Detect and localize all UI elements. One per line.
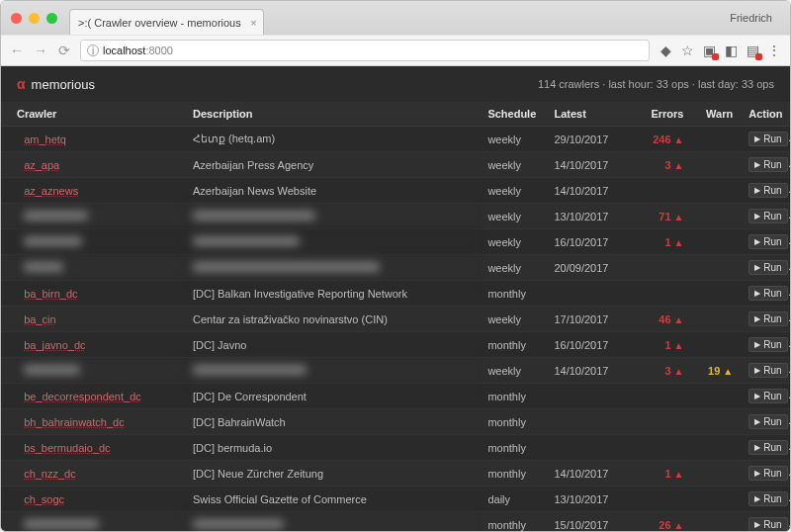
warning-triangle-icon: ▲ — [674, 212, 684, 222]
crawler-latest: 14/10/2017 — [546, 152, 625, 178]
table-row: ba_birn_dc[DC] Balkan Investigative Repo… — [1, 281, 790, 307]
run-button[interactable]: ▶Run — [748, 440, 787, 455]
extension-icon[interactable]: ◧ — [723, 43, 739, 58]
browser-window: >:( Crawler overview - memorious × Fried… — [0, 0, 791, 532]
run-button[interactable]: ▶Run — [748, 389, 787, 403]
col-crawler[interactable]: Crawler — [1, 102, 185, 127]
crawler-link[interactable]: bh_bahrainwatch_dc — [24, 416, 125, 428]
crawler-name-cell — [16, 255, 185, 281]
brand-name: memorious — [32, 77, 95, 92]
crawler-latest: 13/10/2017 — [546, 204, 625, 229]
run-button[interactable]: ▶Run — [748, 311, 787, 326]
reload-icon[interactable]: ⟳ — [56, 43, 72, 58]
col-schedule[interactable]: Schedule — [480, 102, 546, 127]
crawler-latest: 16/10/2017 — [546, 332, 625, 358]
window-controls — [11, 13, 57, 24]
crawler-schedule: weekly — [480, 358, 546, 384]
run-button[interactable]: ▶Run — [748, 491, 787, 506]
col-errors[interactable]: Errors — [625, 102, 691, 127]
warning-triangle-icon: ▲ — [674, 340, 684, 351]
col-description[interactable]: Description — [185, 102, 480, 127]
crawler-name-cell — [16, 358, 185, 384]
run-button[interactable]: ▶Run — [748, 286, 787, 301]
star-icon[interactable]: ☆ — [679, 43, 695, 58]
crawler-link[interactable]: be_decorrespondent_dc — [24, 391, 141, 402]
close-window-icon[interactable] — [11, 13, 22, 24]
menu-icon[interactable]: ⋮ — [766, 43, 782, 58]
crawler-description: Swiss Official Gazette of Commerce — [185, 487, 480, 512]
play-icon: ▶ — [754, 520, 760, 529]
crawler-link[interactable]: az_aznews — [24, 185, 78, 197]
table-row: monthly15/10/201726▲▶Run — [1, 512, 790, 532]
site-info-icon[interactable]: i — [87, 44, 99, 56]
crawler-link[interactable]: ba_birn_dc — [24, 288, 77, 300]
warning-triangle-icon: ▲ — [723, 366, 733, 377]
crawler-schedule: weekly — [480, 152, 546, 178]
crawler-link[interactable]: ba_javno_dc — [24, 339, 85, 351]
error-count: 246▲ — [653, 133, 683, 145]
table-row: weekly20/09/2017▶Run — [1, 255, 790, 281]
app-brand[interactable]: α memorious — [17, 76, 95, 92]
crawler-name-cell — [16, 229, 185, 255]
run-button[interactable]: ▶Run — [748, 260, 787, 275]
crawler-name-cell: bs_bermudaio_dc — [16, 435, 185, 461]
run-button[interactable]: ▶Run — [748, 183, 787, 198]
crawler-schedule: monthly — [480, 461, 546, 487]
error-count: 46▲ — [659, 313, 683, 325]
close-tab-icon[interactable]: × — [250, 17, 256, 29]
play-icon: ▶ — [754, 392, 760, 400]
play-icon: ▶ — [754, 469, 760, 478]
crawler-link[interactable]: ba_cin — [24, 313, 55, 325]
crawler-link[interactable]: bs_bermudaio_dc — [24, 442, 110, 454]
address-bar[interactable]: i localhost:8000 — [80, 40, 650, 61]
error-count: 1▲ — [664, 236, 683, 248]
crawler-name-cell — [16, 204, 185, 229]
run-button[interactable]: ▶Run — [748, 234, 787, 249]
app-page: α memorious 114 crawlers · last hour: 33… — [1, 66, 790, 531]
error-count: 26▲ — [659, 519, 683, 531]
crawler-name-cell: ch_nzz_dc — [16, 461, 185, 487]
run-button[interactable]: ▶Run — [748, 157, 787, 172]
crawler-link[interactable]: am_hetq — [24, 133, 66, 145]
table-row: az_apaAzerbaijan Press Agencyweekly14/10… — [1, 152, 790, 178]
play-icon: ▶ — [754, 314, 760, 323]
extension-icon[interactable]: ▤ — [745, 43, 760, 58]
crawler-description — [185, 358, 480, 384]
crawler-name-cell: be_decorrespondent_dc — [16, 384, 185, 409]
error-count: 3▲ — [664, 365, 683, 377]
crawler-description: Centar za istraživačko novinarstvo (CIN) — [185, 307, 480, 332]
crawler-schedule: daily — [480, 487, 546, 512]
browser-tab[interactable]: >:( Crawler overview - memorious × — [69, 9, 264, 35]
crawler-description — [185, 255, 480, 281]
crawler-link[interactable]: az_apa — [24, 159, 59, 171]
run-button[interactable]: ▶Run — [748, 132, 787, 146]
table-row: bs_bermudaio_dc[DC] bermuda.iomonthly▶Ru… — [1, 435, 790, 461]
crawler-link[interactable]: ch_sogc — [24, 493, 64, 505]
crawler-description — [185, 512, 480, 532]
crawler-schedule: monthly — [480, 409, 546, 435]
browser-profile-name[interactable]: Friedrich — [730, 12, 780, 24]
run-button[interactable]: ▶Run — [748, 337, 787, 352]
run-button[interactable]: ▶Run — [748, 414, 787, 429]
play-icon: ▶ — [754, 340, 760, 349]
col-latest[interactable]: Latest — [546, 102, 625, 127]
run-button[interactable]: ▶Run — [748, 517, 787, 531]
run-button[interactable]: ▶Run — [748, 209, 787, 223]
maximize-window-icon[interactable] — [46, 13, 57, 24]
extension-icon[interactable]: ◆ — [658, 43, 673, 58]
back-icon[interactable]: ← — [9, 43, 25, 58]
crawler-name-cell: ba_javno_dc — [16, 332, 185, 358]
extension-icon[interactable]: ▣ — [701, 43, 717, 58]
run-button[interactable]: ▶Run — [748, 466, 787, 481]
col-warn[interactable]: Warn — [691, 102, 741, 127]
minimize-window-icon[interactable] — [29, 13, 40, 24]
crawler-name-cell: bh_bahrainwatch_dc — [16, 409, 185, 435]
crawler-latest — [546, 435, 625, 461]
stats-last-hour: last hour: 33 ops — [608, 78, 688, 90]
crawler-schedule: monthly — [480, 512, 546, 532]
play-icon: ▶ — [754, 443, 760, 452]
run-button[interactable]: ▶Run — [748, 363, 787, 378]
crawler-link[interactable]: ch_nzz_dc — [24, 468, 76, 480]
warning-triangle-icon: ▲ — [674, 366, 684, 377]
crawler-schedule: monthly — [480, 435, 546, 461]
